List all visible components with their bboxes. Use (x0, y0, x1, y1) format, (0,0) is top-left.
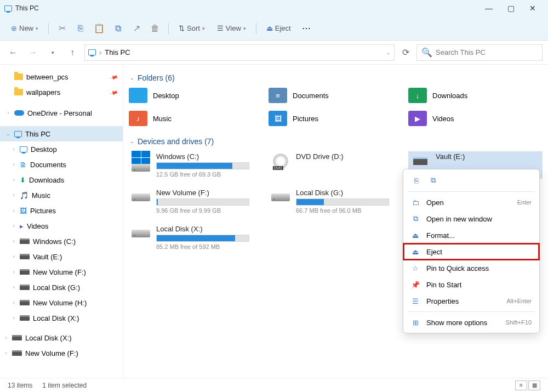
drives-header[interactable]: ⌄ Devices and drives (7) (130, 137, 543, 146)
chevron-down-icon: ▾ (36, 26, 38, 31)
sidebar-quick-item[interactable]: between_pcs 📌 (0, 69, 123, 84)
music-icon: 🎵 (20, 191, 28, 200)
tiles-view-button[interactable]: ▦ (528, 380, 540, 390)
view-button[interactable]: ☰ View ▾ (213, 22, 250, 35)
back-button[interactable]: ← (5, 45, 21, 60)
command-bar: ⊕ New ▾ ✂ ⎘ 📋 ⧉ ↗ 🗑 ⇅ Sort ▾ ☰ View ▾ ⏏ … (0, 16, 548, 41)
sidebar-item[interactable]: ›🗎 Documents (0, 157, 123, 172)
forward-button[interactable]: → (25, 45, 41, 60)
minimize-button[interactable]: ― (478, 1, 500, 16)
chevron-down-icon: ⌄ (130, 75, 134, 81)
copy-icon[interactable]: ⎘ (411, 175, 422, 186)
sidebar-quick-item[interactable]: wallpapers 📌 (0, 84, 123, 100)
context-menu-item-open[interactable]: 🗀 Open Enter (403, 194, 539, 211)
storage-bar (296, 198, 389, 206)
folder-label: Desktop (153, 92, 179, 100)
context-menu-item-format[interactable]: ⏏ Format... (403, 227, 539, 243)
context-menu-item-props[interactable]: ☰ Properties Alt+Enter (403, 293, 539, 309)
copy-icon[interactable]: ⎘ (73, 21, 88, 36)
context-menu-item-pin[interactable]: 📌 Pin to Start (403, 276, 539, 293)
drive-tile[interactable]: DVD Drive (D:) (269, 151, 403, 179)
close-button[interactable]: ✕ (522, 1, 544, 16)
sidebar-item[interactable]: › New Volume (F:) (0, 264, 123, 280)
context-menu-item-eject[interactable]: ⏏ Eject (403, 243, 539, 260)
folders-header[interactable]: ⌄ Folders (6) (130, 73, 543, 82)
context-menu-item-more[interactable]: ⊞ Show more options Shift+F10 (403, 314, 539, 331)
eject-icon: ⏏ (266, 24, 273, 32)
drive-icon (20, 238, 30, 244)
new-button[interactable]: ⊕ New ▾ (7, 22, 43, 35)
separator (168, 23, 169, 34)
storage-bar (156, 162, 249, 169)
eject-button[interactable]: ⏏ Eject (262, 22, 295, 35)
window-controls: ― ▢ ✕ (478, 1, 544, 16)
drive-name: New Volume (F:) (156, 189, 262, 197)
cut-icon[interactable]: ✂ (54, 21, 70, 36)
separator (256, 23, 256, 34)
folder-tile[interactable]: ≡ Documents (269, 88, 403, 103)
sidebar-item[interactable]: › Windows (C:) (0, 234, 123, 249)
folder-icon: ↓ (408, 88, 427, 103)
folder-tile[interactable]: ▶ Videos (408, 111, 543, 126)
folder-label: Videos (432, 115, 454, 123)
titlebar: This PC ― ▢ ✕ (0, 0, 548, 16)
sidebar-item[interactable]: › New Volume (H:) (0, 295, 123, 310)
folder-tile[interactable]: 🖼 Pictures (269, 111, 403, 126)
drive-icon (20, 285, 30, 290)
sidebar-item[interactable]: › Local Disk (X:) (0, 330, 123, 345)
storage-bar (156, 235, 249, 242)
sidebar-item[interactable]: ›🎵 Music (0, 188, 123, 203)
storage-bar (156, 198, 249, 206)
sidebar-item[interactable]: ›⬇ Downloads (0, 172, 123, 188)
rename-icon[interactable]: ⧉ (110, 21, 125, 36)
format-icon: ⏏ (411, 231, 420, 240)
context-menu: ⎘ ⧉ 🗀 Open Enter ⧉ Open in new window ⏏ … (403, 169, 540, 333)
sidebar-item[interactable]: › Desktop (0, 141, 123, 157)
rename-icon[interactable]: ⧉ (427, 175, 438, 186)
documents-icon: 🗎 (20, 161, 27, 169)
up-button[interactable]: ↑ (65, 45, 80, 60)
folder-icon (129, 88, 147, 103)
search-box[interactable]: 🔍 (416, 44, 543, 61)
drive-icon (132, 151, 150, 172)
context-menu-item-newwin[interactable]: ⧉ Open in new window (403, 211, 539, 227)
share-icon[interactable]: ↗ (129, 21, 144, 36)
folder-tile[interactable]: Desktop (129, 88, 263, 103)
sidebar-item[interactable]: › Local Disk (X:) (0, 310, 123, 326)
sort-button[interactable]: ⇅ Sort ▾ (174, 22, 209, 35)
drive-tile[interactable]: Local Disk (X:) 85.2 MB free of 592 MB (129, 224, 263, 251)
sidebar-item[interactable]: › Local Disk (G:) (0, 280, 123, 295)
sidebar-item[interactable]: › Vault (E:) (0, 249, 123, 264)
recent-button[interactable]: ▾ (45, 45, 60, 60)
context-menu-item-star[interactable]: ☆ Pin to Quick access (403, 260, 539, 276)
paste-icon[interactable]: 📋 (92, 21, 107, 36)
dvd-icon (273, 154, 288, 169)
folder-tile[interactable]: ↓ Downloads (408, 88, 543, 103)
status-selected-count: 1 item selected (42, 382, 87, 389)
breadcrumb-segment[interactable]: This PC (105, 48, 130, 56)
address-bar[interactable]: › This PC ⌄ (84, 44, 395, 61)
sidebar-item[interactable]: ›▸ Videos (0, 218, 123, 234)
drive-icon (20, 315, 30, 321)
sidebar-onedrive[interactable]: › OneDrive - Personal (0, 105, 123, 121)
drive-name: Vault (E:) (436, 152, 541, 161)
open-icon: 🗀 (411, 198, 420, 207)
sidebar-item[interactable]: › New Volume (F:) (0, 345, 123, 361)
drive-free-text: 66.7 MB free of 96.0 MB (296, 207, 402, 214)
sidebar-item[interactable]: ›🖼 Pictures (0, 203, 123, 218)
sidebar-thispc[interactable]: ⌄ This PC (0, 126, 123, 141)
drive-tile[interactable]: Windows (C:) 12.5 GB free of 69.3 GB (129, 151, 263, 179)
drive-free-text: 9.96 GB free of 9.99 GB (156, 207, 262, 214)
folder-tile[interactable]: ♪ Music (129, 111, 263, 126)
delete-icon[interactable]: 🗑 (147, 21, 163, 36)
context-icon-row: ⎘ ⧉ (403, 172, 539, 189)
drive-tile[interactable]: New Volume (F:) 9.96 GB free of 9.99 GB (129, 188, 263, 215)
chevron-down-icon[interactable]: ⌄ (386, 50, 391, 55)
drive-tile[interactable]: Local Disk (G:) 66.7 MB free of 96.0 MB (269, 188, 403, 215)
maximize-button[interactable]: ▢ (500, 1, 522, 16)
details-view-button[interactable]: ≡ (515, 380, 527, 390)
search-input[interactable] (436, 48, 538, 56)
drive-icon (12, 335, 22, 340)
more-icon[interactable]: ⋯ (299, 21, 314, 36)
refresh-button[interactable]: ⟳ (399, 47, 412, 58)
